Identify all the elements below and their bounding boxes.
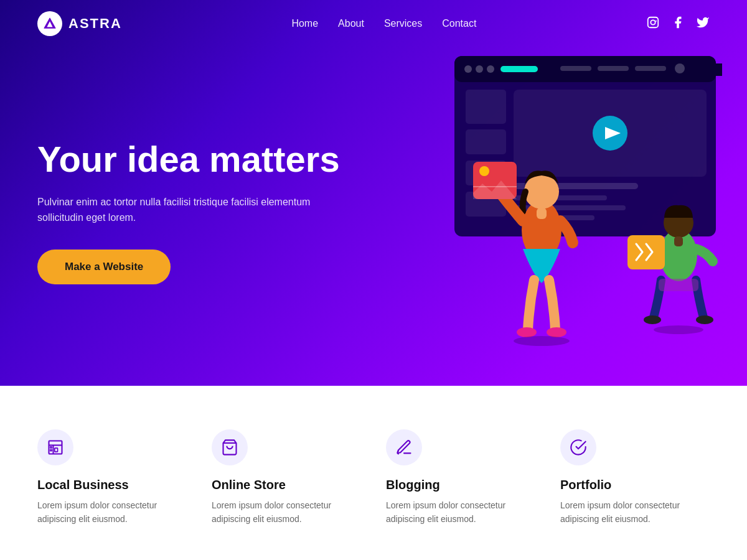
svg-point-12	[675, 63, 685, 73]
edit-icon	[395, 439, 413, 456]
nav-about[interactable]: About	[338, 18, 364, 29]
svg-rect-9	[560, 66, 591, 71]
check-circle-icon	[570, 439, 587, 456]
blogging-icon-wrap	[386, 429, 422, 465]
service-blogging: Blogging Lorem ipsum dolor consectetur a…	[386, 429, 535, 526]
nav-services[interactable]: Services	[384, 18, 422, 29]
svg-point-5	[464, 65, 472, 73]
svg-rect-45	[50, 447, 52, 448]
instagram-icon[interactable]	[646, 16, 660, 32]
hero-subtitle: Pulvinar enim ac tortor nulla facilisi t…	[37, 194, 349, 226]
portfolio-desc: Lorem ipsum dolor consectetur adipiscing…	[560, 498, 710, 526]
svg-rect-34	[674, 236, 683, 246]
online-store-title: Online Store	[212, 478, 361, 492]
svg-point-25	[524, 174, 559, 209]
svg-rect-8	[500, 66, 538, 72]
logo[interactable]: ASTRA	[37, 11, 122, 36]
svg-rect-35	[627, 235, 665, 269]
header: ASTRA Home About Services Contact	[0, 0, 747, 47]
hero-content: Your idea matters Pulvinar enim ac torto…	[37, 101, 349, 284]
service-portfolio: Portfolio Lorem ipsum dolor consectetur …	[560, 429, 710, 526]
service-online-store: Online Store Lorem ipsum dolor consectet…	[212, 429, 361, 526]
building-icon	[47, 439, 64, 456]
svg-rect-13	[466, 90, 506, 124]
main-nav: Home About Services Contact	[291, 18, 476, 29]
services-section: Local Business Lorem ipsum dolor consect…	[0, 386, 747, 560]
svg-rect-26	[537, 208, 547, 219]
svg-point-36	[644, 315, 661, 324]
svg-rect-10	[598, 66, 629, 71]
twitter-icon[interactable]	[696, 16, 710, 32]
svg-point-7	[487, 65, 494, 73]
brand-name: ASTRA	[68, 16, 122, 32]
cta-button[interactable]: Make a Website	[37, 250, 171, 284]
online-store-desc: Lorem ipsum dolor consectetur adipiscing…	[212, 498, 361, 526]
nav-contact[interactable]: Contact	[442, 18, 476, 29]
hero-illustration	[374, 37, 747, 348]
nav-home[interactable]: Home	[291, 18, 318, 29]
online-store-icon-wrap	[212, 429, 248, 465]
svg-rect-14	[466, 129, 506, 154]
svg-rect-44	[55, 448, 58, 452]
local-business-icon-wrap	[37, 429, 73, 465]
svg-point-39	[514, 336, 570, 346]
svg-rect-46	[50, 450, 52, 451]
service-local-business: Local Business Lorem ipsum dolor consect…	[37, 429, 187, 526]
blogging-title: Blogging	[386, 478, 535, 492]
local-business-desc: Lorem ipsum dolor consectetur adipiscing…	[37, 498, 187, 526]
svg-point-31	[547, 327, 566, 337]
svg-rect-38	[659, 279, 698, 291]
svg-point-40	[654, 325, 703, 334]
facebook-icon[interactable]	[671, 16, 685, 32]
hero-section: Your idea matters Pulvinar enim ac torto…	[0, 0, 747, 386]
portfolio-title: Portfolio	[560, 478, 710, 492]
bag-icon	[221, 439, 238, 456]
svg-point-30	[517, 327, 537, 337]
local-business-title: Local Business	[37, 478, 187, 492]
logo-icon	[37, 11, 62, 36]
blogging-desc: Lorem ipsum dolor consectetur adipiscing…	[386, 498, 535, 526]
svg-point-6	[476, 65, 483, 73]
social-links	[646, 16, 710, 32]
svg-rect-11	[635, 66, 666, 71]
hero-title: Your idea matters	[37, 139, 349, 180]
svg-point-28	[479, 166, 489, 176]
svg-point-37	[696, 315, 713, 324]
portfolio-icon-wrap	[560, 429, 596, 465]
